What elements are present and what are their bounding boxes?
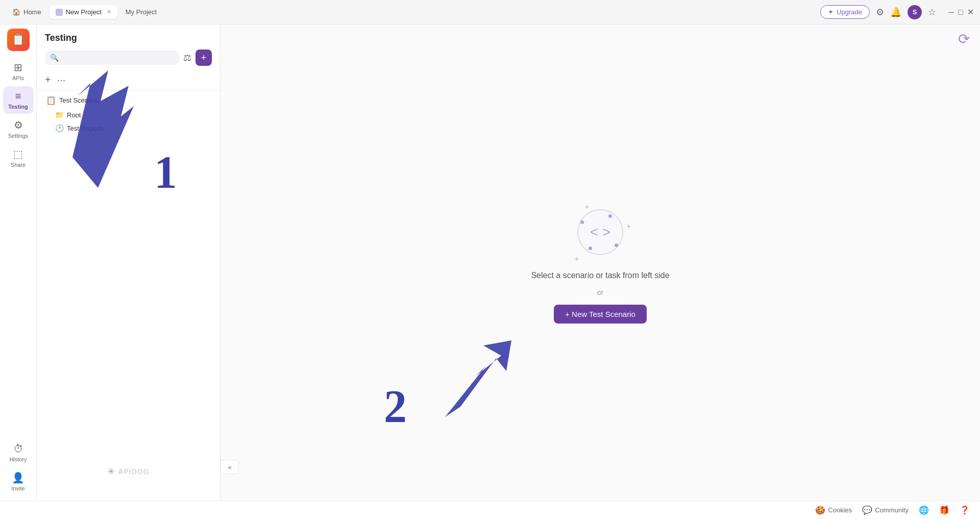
avatar[interactable]: S [908,5,922,19]
cookie-icon: 🍪 [815,505,825,515]
sidebar-item-history[interactable]: ⏱ History [3,439,34,466]
my-project-tab[interactable]: My Project [119,5,163,19]
tree-section: 📋 Test Scenario ▾ 📁 Root 🕐 Test Reports [37,90,220,137]
close-tab-icon[interactable]: ✕ [107,9,111,15]
empty-state-or: or [597,288,603,296]
apis-icon: ⊞ [14,61,22,73]
share-icon: ⬚ [13,148,23,160]
deco-plus-1: + [585,203,589,211]
project-icon [56,9,63,16]
cookies-link[interactable]: 🍪 Cookies [815,505,852,515]
search-input-wrap: 🔍 [45,51,179,65]
sidebar-item-share[interactable]: ⬚ Share [3,144,34,172]
search-input[interactable] [62,54,174,62]
sidebar-item-testing[interactable]: ≡ Testing [3,86,34,114]
deco-dot-1 [608,214,612,218]
left-panel-title: Testing [45,33,77,43]
deco-plus-2: + [627,222,631,230]
notification-icon[interactable]: 🔔 [890,7,901,18]
icon-sidebar: 📋 ⊞ APIs ≡ Testing ⚙ Settings ⬚ Share ⏱ … [0,24,37,501]
sidebar-item-apis[interactable]: ⊞ APIs [3,57,34,85]
folder-icon: 📁 [55,111,64,119]
left-panel-header: Testing [37,24,220,47]
minimize-button[interactable]: ─ [948,7,954,17]
chevron-left-icon: « [228,463,231,471]
home-icon: 🏠 [12,8,20,16]
add-item-button[interactable]: + [45,74,51,86]
sync-icon[interactable]: ⟳ [958,31,970,47]
app-logo[interactable]: 📋 [7,29,30,51]
bottom-bar: 🍪 Cookies 💬 Community 🌐 🎁 ❓ [0,501,980,519]
new-test-scenario-button[interactable]: + New Test Scenario [554,305,647,324]
deco-dot-3 [615,243,618,247]
deco-plus-3: + [575,255,579,263]
question-icon: ❓ [960,505,970,515]
left-panel: Testing 🔍 ⚖ + + ··· 📋 Test Scenario ▾ 📁 [37,24,220,501]
close-button[interactable]: ✕ [967,7,974,17]
add-button[interactable]: + [195,50,212,66]
main-area: 📋 ⊞ APIs ≡ Testing ⚙ Settings ⬚ Share ⏱ … [0,24,980,501]
apidog-logo-icon: ✳ [107,466,115,477]
globe-icon: 🌐 [919,505,929,515]
tab-area: 🏠 Home New Project ✕ My Project [6,5,820,19]
search-icon: 🔍 [50,54,59,62]
empty-state: + + + < > Select a scenario or task from… [220,24,980,501]
chevron-down-icon: ▾ [105,97,108,104]
test-scenario-icon: 📋 [46,95,56,105]
invite-icon: 👤 [12,472,24,484]
title-bar-right: ✦ Upgrade ⚙ 🔔 S ☆ ─ □ ✕ [820,5,974,19]
upgrade-star-icon: ✦ [828,8,834,16]
empty-illustration: + + + < > [570,202,631,263]
gift-link[interactable]: 🎁 [939,505,949,515]
community-icon: 💬 [862,505,872,515]
home-tab[interactable]: 🏠 Home [6,5,47,19]
code-brackets-icon: < > [590,224,610,240]
new-project-tab[interactable]: New Project ✕ [50,5,117,19]
deco-dot-2 [580,220,584,224]
settings-nav-icon: ⚙ [14,119,23,131]
title-bar: 🏠 Home New Project ✕ My Project ✦ Upgrad… [0,0,980,24]
question-link[interactable]: ❓ [960,505,970,515]
deco-dot-4 [589,246,592,250]
filter-button[interactable]: ⚖ [183,52,191,63]
help-link[interactable]: 🌐 [919,505,929,515]
settings-icon[interactable]: ⚙ [876,7,884,18]
apidog-logo: ✳ APIDOG [107,466,149,477]
test-scenario-item[interactable]: 📋 Test Scenario ▾ [41,92,216,108]
gift-icon: 🎁 [939,505,949,515]
more-options-button[interactable]: ··· [57,74,66,86]
empty-state-title: Select a scenario or task from left side [531,271,669,280]
empty-circle: < > [577,209,623,255]
testing-icon: ≡ [15,90,21,102]
history-icon: ⏱ [13,443,23,455]
maximize-button[interactable]: □ [958,7,963,17]
clock-icon: 🕐 [55,124,64,132]
sidebar-item-settings[interactable]: ⚙ Settings [3,115,34,143]
root-item[interactable]: 📁 Root [41,108,216,121]
collapse-panel-button[interactable]: « [220,460,239,474]
svg-text:1: 1 [154,147,177,197]
bookmark-icon[interactable]: ☆ [928,7,936,18]
app-logo-icon: 📋 [11,33,25,46]
panel-actions-top: + ··· [37,70,220,90]
window-controls: ─ □ ✕ [948,7,974,17]
community-link[interactable]: 💬 Community [862,505,909,515]
search-bar: 🔍 ⚖ + [45,50,212,66]
upgrade-button[interactable]: ✦ Upgrade [820,5,870,19]
test-reports-item[interactable]: 🕐 Test Reports [41,121,216,135]
main-content: ⟳ + + + < > Select a scenario or task fr… [220,24,980,501]
sidebar-item-invite[interactable]: 👤 Invite [3,467,34,496]
